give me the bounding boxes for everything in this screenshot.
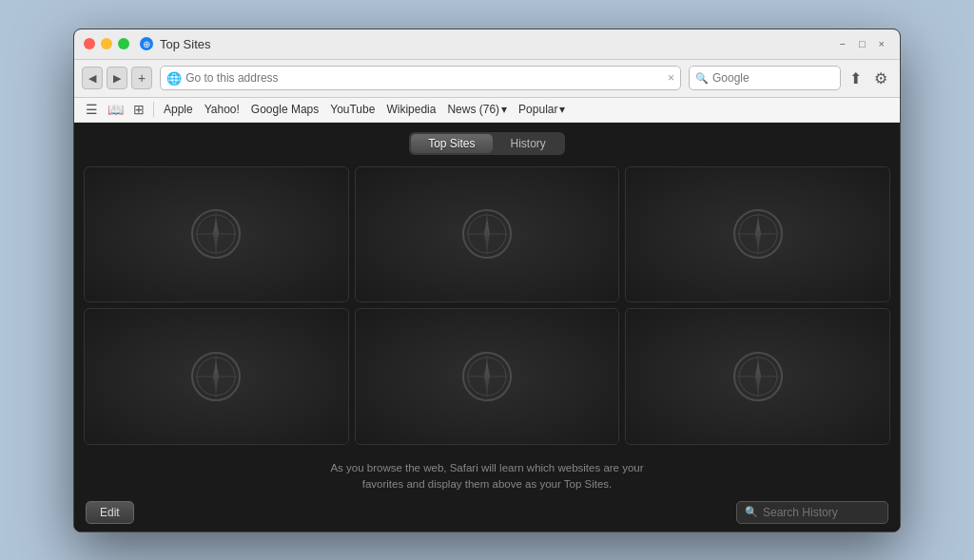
- search-input[interactable]: [712, 71, 834, 85]
- grid-icon-button[interactable]: ⊞: [129, 100, 148, 119]
- tab-top-sites[interactable]: Top Sites: [411, 134, 492, 153]
- edit-button[interactable]: Edit: [86, 501, 134, 524]
- compass-icon-4: [190, 351, 242, 402]
- bottom-message: As you browse the web, Safari will learn…: [86, 460, 888, 493]
- address-input[interactable]: [185, 71, 664, 85]
- bookmark-yahoo[interactable]: Yahoo!: [200, 101, 244, 118]
- history-icon-button[interactable]: 📖: [104, 100, 127, 119]
- search-history-icon: 🔍: [745, 506, 758, 518]
- svg-point-8: [213, 231, 219, 237]
- site-card-3[interactable]: [625, 166, 890, 303]
- title-bar: ⊕ Top Sites − □ ×: [74, 29, 900, 60]
- separator: [153, 102, 154, 117]
- address-bar[interactable]: 🌐 ×: [160, 66, 681, 90]
- svg-text:⊕: ⊕: [143, 39, 150, 49]
- compass-icon-3: [732, 208, 784, 260]
- back-button[interactable]: ◀: [82, 67, 103, 89]
- safari-icon: ⊕: [139, 36, 154, 51]
- bookmark-youtube[interactable]: YouTube: [325, 101, 380, 118]
- compass-icon-6: [732, 351, 784, 402]
- svg-point-29: [213, 374, 219, 379]
- tabs-group: Top Sites History: [409, 132, 565, 155]
- bookmark-google-maps[interactable]: Google Maps: [246, 101, 323, 118]
- tab-history[interactable]: History: [494, 134, 563, 153]
- compass-icon-2: [461, 208, 513, 260]
- sites-grid: [74, 163, 900, 455]
- search-history-input[interactable]: [763, 506, 880, 519]
- main-content: Top Sites History: [74, 123, 900, 531]
- bottom-controls: Edit 🔍: [86, 501, 888, 524]
- toolbar-right-buttons: ⬆ ⚙: [845, 68, 892, 89]
- search-bar[interactable]: 🔍: [689, 66, 841, 90]
- site-card-4[interactable]: [84, 308, 349, 445]
- toolbar: ◀ ▶ + 🌐 × 🔍 ⬆ ⚙: [74, 60, 900, 98]
- win-restore-btn[interactable]: □: [853, 36, 871, 51]
- win-minimize-btn[interactable]: −: [833, 36, 850, 51]
- browser-window: ⊕ Top Sites − □ × ◀ ▶ + 🌐 × 🔍 ⬆ ⚙ ☰ 📖 ⊞: [73, 29, 901, 532]
- search-icon: 🔍: [695, 72, 709, 85]
- svg-point-15: [484, 231, 490, 237]
- bookmark-apple[interactable]: Apple: [159, 101, 198, 118]
- reader-icon-button[interactable]: ☰: [82, 100, 102, 119]
- tabs-bar: Top Sites History: [74, 123, 900, 163]
- bookmarks-bar: ☰ 📖 ⊞ Apple Yahoo! Google Maps YouTube W…: [74, 98, 900, 123]
- chevron-down-icon: ▾: [559, 103, 565, 116]
- window-controls: [84, 38, 129, 49]
- window-title: Top Sites: [160, 37, 833, 51]
- bookmark-news[interactable]: News (76) ▾: [442, 101, 512, 118]
- site-card-1[interactable]: [84, 166, 349, 303]
- search-history-bar[interactable]: 🔍: [736, 501, 888, 524]
- settings-button[interactable]: ⚙: [869, 68, 892, 89]
- add-tab-button[interactable]: +: [131, 67, 152, 89]
- site-card-5[interactable]: [355, 308, 620, 445]
- site-card-6[interactable]: [625, 308, 890, 445]
- bookmark-wikipedia[interactable]: Wikipedia: [381, 101, 440, 118]
- title-win-controls: − □ ×: [833, 36, 890, 51]
- globe-icon: 🌐: [166, 71, 182, 86]
- svg-point-22: [755, 231, 761, 237]
- svg-point-43: [755, 374, 761, 379]
- svg-point-36: [484, 374, 490, 379]
- win-close-btn[interactable]: ×: [873, 36, 890, 51]
- maximize-button[interactable]: [118, 38, 129, 49]
- compass-icon-1: [190, 208, 242, 260]
- close-button[interactable]: [84, 38, 95, 49]
- forward-button[interactable]: ▶: [107, 67, 127, 89]
- bottom-bar: As you browse the web, Safari will learn…: [74, 454, 900, 531]
- chevron-down-icon: ▾: [501, 103, 507, 116]
- message-line2: favorites and display them above as your…: [362, 478, 613, 490]
- bookmark-popular[interactable]: Popular ▾: [514, 101, 570, 118]
- share-button[interactable]: ⬆: [845, 68, 867, 89]
- compass-icon-5: [461, 351, 513, 402]
- site-card-2[interactable]: [355, 166, 620, 303]
- address-clear-icon[interactable]: ×: [668, 71, 674, 85]
- minimize-button[interactable]: [101, 38, 112, 49]
- message-line1: As you browse the web, Safari will learn…: [330, 462, 643, 473]
